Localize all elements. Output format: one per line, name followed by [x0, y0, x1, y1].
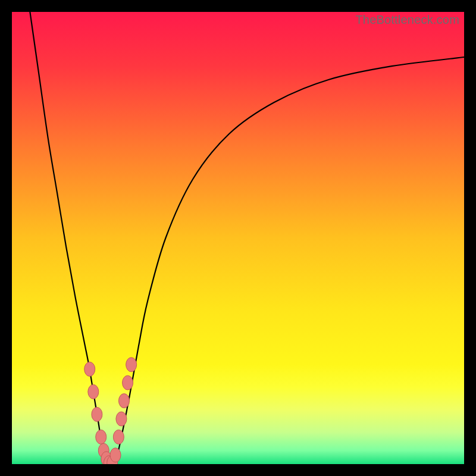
- data-marker: [116, 412, 127, 426]
- data-marker: [123, 375, 133, 390]
- chart-frame: TheBottleneck.com: [0, 0, 476, 476]
- data-marker: [88, 384, 99, 399]
- plot-area: TheBottleneck.com: [12, 12, 464, 464]
- data-marker: [110, 448, 121, 462]
- curve-layer: [12, 12, 464, 464]
- data-marker: [118, 394, 129, 408]
- data-marker: [92, 407, 102, 421]
- data-marker: [113, 430, 124, 444]
- data-marker: [96, 430, 107, 444]
- data-marker: [84, 362, 95, 376]
- watermark-text: TheBottleneck.com: [355, 13, 459, 27]
- marker-group: [84, 358, 137, 464]
- data-marker: [126, 358, 137, 372]
